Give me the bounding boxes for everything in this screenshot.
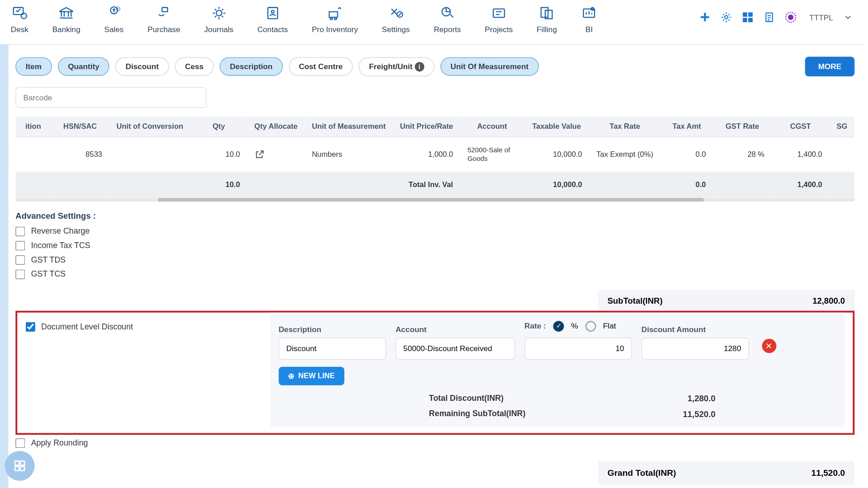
nav-label: Banking (52, 25, 80, 34)
svg-rect-29 (20, 466, 24, 470)
remaining-subtotal-value: 11,520.0 (644, 409, 715, 418)
chip-cess[interactable]: Cess (175, 57, 214, 76)
svg-rect-14 (541, 8, 548, 18)
discount-desc-input[interactable] (278, 338, 386, 360)
checkbox-label: Document Level Discount (41, 322, 133, 331)
table-row[interactable]: 8533 10.0 Numbers 1,000.0 52000-Sale of … (15, 137, 854, 172)
chip-quantity[interactable]: Quantity (58, 57, 109, 76)
svg-rect-19 (743, 12, 747, 17)
chip-freight[interactable]: Freight/Unit i (359, 57, 434, 76)
chip-discount[interactable]: Discount (115, 57, 169, 76)
cell-tax-rate: Tax Exempt (0%) (589, 137, 660, 172)
nav-label: Desk (11, 25, 28, 34)
checkbox-gst-tcs[interactable]: GST TCS (15, 269, 854, 279)
cell-gst-rate: 28 % (713, 137, 772, 172)
checkbox-reverse-charge[interactable]: Reverse Charge (15, 226, 854, 236)
info-icon: i (415, 62, 424, 71)
th-gst-rate: GST Rate (713, 116, 772, 137)
barcode-input[interactable] (15, 87, 206, 108)
discount-acct-input[interactable] (396, 338, 515, 360)
rate-label: Rate : (524, 322, 546, 331)
more-button[interactable]: MORE (805, 56, 855, 76)
checkbox-document-level-discount[interactable]: Document Level Discount (26, 322, 133, 332)
th-account: Account (460, 116, 524, 137)
nav-journals[interactable]: Journals (204, 5, 234, 34)
chip-cost-centre[interactable]: Cost Centre (288, 57, 353, 76)
nav-label: Reports (434, 25, 461, 34)
percent-label: % (571, 322, 578, 331)
bank-icon (58, 5, 75, 22)
total-qty: 10.0 (190, 172, 247, 198)
radio-percent[interactable] (553, 321, 564, 332)
sales-icon (105, 5, 122, 22)
left-blue-stripe (0, 45, 8, 488)
nav-label: Settings (382, 25, 410, 34)
gear-icon[interactable] (720, 11, 733, 24)
th-uom: Unit of Measurement (305, 116, 393, 137)
plus-circle-icon: ⊕ (288, 371, 295, 380)
nav-banking[interactable]: Banking (52, 5, 80, 34)
th-cgst: CGST (772, 116, 830, 137)
svg-point-5 (216, 10, 222, 16)
nav-label: BI (585, 25, 593, 34)
nav-bi[interactable]: BI (581, 5, 598, 34)
cell-cgst: 1,400.0 (772, 137, 830, 172)
th-qty: Qty (190, 116, 247, 137)
discount-amount-label: Discount Amount (642, 325, 749, 334)
rate-value-input[interactable] (524, 338, 632, 360)
chip-item[interactable]: Item (15, 57, 52, 76)
total-cgst: 1,400.0 (772, 172, 830, 198)
calculator-icon[interactable] (741, 11, 755, 24)
items-table-wrapper[interactable]: ition HSN/SAC Unit of Conversion Qty Qty… (15, 116, 854, 198)
apps-fab-button[interactable] (5, 451, 35, 481)
items-table: ition HSN/SAC Unit of Conversion Qty Qty… (15, 116, 854, 198)
chip-uom[interactable]: Unit Of Measurement (440, 57, 538, 76)
nav-label: Projects (485, 25, 513, 34)
nav-label: Filling (537, 25, 557, 34)
checkbox-label: GST TCS (31, 270, 66, 279)
grand-total-bar: Grand Total(INR) 11,520.0 (598, 461, 855, 485)
checkbox-apply-rounding[interactable]: Apply Rounding (15, 438, 854, 448)
horizontal-scrollbar[interactable] (15, 198, 854, 202)
radio-flat[interactable] (585, 321, 596, 332)
th-tax-amt: Tax Amt (660, 116, 713, 137)
discount-amount-input[interactable] (642, 338, 749, 360)
checkbox-income-tax-tcs[interactable]: Income Tax TCS (15, 241, 854, 250)
cell-allocate[interactable] (247, 137, 305, 172)
svg-rect-22 (749, 18, 753, 22)
nav-desk[interactable]: Desk (11, 5, 28, 34)
clipboard-icon[interactable] (763, 11, 776, 24)
new-badge-icon[interactable] (784, 11, 797, 24)
svg-point-7 (271, 10, 274, 13)
contacts-icon (264, 5, 281, 22)
th-hsn: HSN/SAC (51, 116, 109, 137)
nav-purchase[interactable]: Purchase (147, 5, 180, 34)
chevron-down-icon[interactable] (841, 11, 854, 24)
add-icon[interactable]: + (698, 11, 712, 24)
nav-settings[interactable]: Settings (382, 5, 410, 34)
checkbox-gst-tds[interactable]: GST TDS (15, 255, 854, 265)
total-taxable: 10,000.0 (524, 172, 590, 198)
discount-desc-label: Description (278, 325, 386, 334)
nav-reports[interactable]: Reports (434, 5, 461, 34)
nav-pro-inventory[interactable]: Pro Inventory (312, 5, 358, 34)
total-label: Total Inv. Val (393, 172, 460, 198)
nav-filling[interactable]: Filling (537, 5, 557, 34)
discount-acct-label: Account (396, 325, 515, 334)
cell-qty: 10.0 (190, 137, 247, 172)
checkbox-label: Apply Rounding (31, 439, 88, 448)
nav-projects[interactable]: Projects (485, 5, 513, 34)
chip-description[interactable]: Description (220, 57, 283, 76)
th-taxable: Taxable Value (524, 116, 590, 137)
nav-sales[interactable]: Sales (104, 5, 123, 34)
svg-rect-26 (15, 461, 19, 465)
svg-rect-21 (743, 18, 747, 22)
th-uoc: Unit of Conversion (109, 116, 190, 137)
nav-contacts[interactable]: Contacts (257, 5, 288, 34)
remove-line-button[interactable]: ✕ (762, 339, 776, 353)
filter-chips-row: Item Quantity Discount Cess Description … (15, 45, 854, 87)
new-line-button[interactable]: ⊕ NEW LINE (278, 367, 344, 385)
checkbox-label: GST TDS (31, 255, 66, 264)
nav-label: Purchase (147, 25, 180, 34)
discount-panel: Description Account Rate : % Flat (270, 313, 844, 427)
